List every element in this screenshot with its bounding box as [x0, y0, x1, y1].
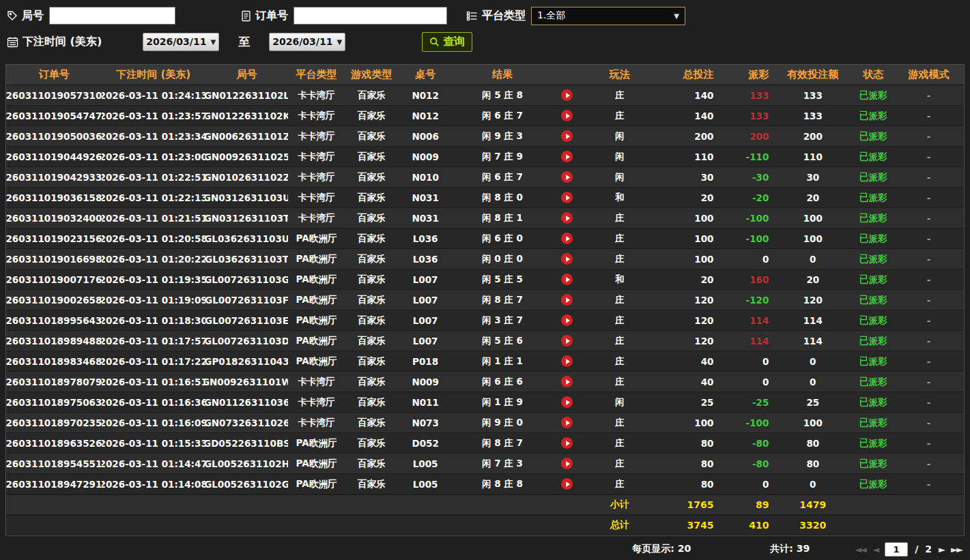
cell-order_id: 260311019044926 — [6, 147, 102, 166]
pagination-bar: 每页显示: 20 共计: 39 ◄◄ ◄ 1 / 2 ► ►► — [0, 536, 970, 560]
play-video-icon[interactable] — [561, 355, 573, 367]
play-video-icon[interactable] — [561, 376, 573, 387]
cell-bet_type: 庄 — [582, 454, 658, 473]
play-video-icon[interactable] — [561, 212, 573, 224]
play-cell — [553, 106, 582, 126]
table-row: 2603110190026582026-03-11 01:19:09GL0072… — [6, 290, 964, 310]
cell-game_id: GN0122631102L — [205, 85, 289, 105]
cell-order_id: 260311019050036 — [6, 126, 102, 146]
play-video-icon[interactable] — [561, 151, 573, 162]
cell-game_id: GN0312631103T — [205, 208, 289, 228]
cell-result: 闲 6 庄 7 — [452, 167, 553, 187]
prev-page-button[interactable]: ◄ — [872, 544, 878, 555]
summary-empty-cell — [205, 516, 289, 535]
play-video-icon[interactable] — [561, 396, 573, 408]
cell-payout: 200 — [719, 126, 773, 146]
cell-status: 已派彩 — [853, 433, 894, 453]
play-video-icon[interactable] — [561, 437, 573, 449]
cell-payout: -100 — [719, 229, 773, 248]
per-page-info: 每页显示: 20 — [632, 543, 691, 555]
cell-order_id: 260311018963526 — [6, 433, 102, 453]
betting-records-table: 订单号下注时间 (美东)局号平台类型游戏类型桌号结果玩法总投注派彩有效投注额状态… — [5, 64, 965, 536]
next-page-button[interactable]: ► — [939, 544, 944, 555]
table-row: 2603110190071762026-03-11 01:19:35GL0072… — [6, 269, 964, 290]
play-video-icon[interactable] — [561, 335, 573, 347]
table-row: 2603110190361582026-03-11 01:22:13GN0312… — [6, 188, 964, 208]
cell-result: 闲 7 庄 3 — [452, 454, 553, 473]
play-video-icon[interactable] — [561, 110, 573, 121]
cell-status: 已派彩 — [853, 474, 894, 494]
cell-mode: - — [894, 229, 964, 248]
search-button[interactable]: 查询 — [422, 32, 472, 52]
cell-valid_bet: 120 — [773, 290, 853, 310]
platform-type-select[interactable]: 1.全部 ▼ — [531, 7, 685, 25]
date-to-value: 2026/03/11 — [272, 36, 332, 47]
cell-status: 已派彩 — [853, 249, 894, 269]
pager: ◄◄ ◄ 1 / 2 ► ►► — [855, 542, 962, 557]
cell-table_no: D052 — [399, 433, 452, 453]
play-cell — [553, 413, 582, 432]
filter-bar: 局号 订单号 平台类型 — [0, 0, 970, 56]
play-video-icon[interactable] — [561, 233, 573, 244]
summary-empty-cell — [553, 495, 582, 514]
play-cell — [553, 433, 582, 453]
cell-order_id: 260311019054747 — [6, 106, 102, 126]
cell-table_no: N031 — [399, 188, 452, 207]
column-header-game_type: 游戏类型 — [344, 65, 399, 85]
play-video-icon[interactable] — [561, 253, 573, 265]
game-no-input[interactable] — [49, 7, 175, 25]
calendar-icon — [7, 36, 18, 48]
cell-game_id: GL0052631102H — [205, 454, 289, 473]
play-video-icon[interactable] — [561, 478, 573, 490]
table-row: 2603110189956432026-03-11 01:18:30GL0072… — [6, 310, 964, 331]
play-video-icon[interactable] — [561, 171, 573, 183]
current-page-input[interactable]: 1 — [885, 542, 908, 557]
cell-order_id: 260311018954551 — [6, 454, 102, 473]
cell-result: 闲 1 庄 1 — [452, 351, 553, 371]
column-header-platform: 平台类型 — [288, 65, 344, 85]
cell-status: 已派彩 — [853, 351, 894, 371]
cell-bet_time: 2026-03-11 01:17:57 — [102, 331, 205, 351]
cell-valid_bet: 80 — [773, 454, 853, 473]
last-page-button[interactable]: ►► — [951, 544, 962, 555]
cell-game_id: GL0072631103F — [205, 290, 289, 310]
cell-result: 闲 6 庄 7 — [452, 106, 553, 126]
order-no-input[interactable] — [294, 7, 447, 25]
play-video-icon[interactable] — [561, 192, 573, 203]
cell-valid_bet: 0 — [773, 474, 853, 494]
cell-mode: - — [894, 474, 964, 494]
play-video-icon[interactable] — [561, 417, 573, 428]
cell-bet_type: 庄 — [582, 290, 658, 310]
play-video-icon[interactable] — [561, 89, 573, 101]
play-cell — [553, 229, 582, 248]
cell-platform: 卡卡湾厅 — [288, 126, 344, 146]
cell-valid_bet: 110 — [773, 147, 853, 166]
play-video-icon[interactable] — [561, 294, 573, 306]
summary-row-grand-total: 总计37454103320 — [6, 515, 964, 535]
cell-total_bet: 20 — [658, 188, 719, 207]
cell-platform: PA欧洲厅 — [288, 249, 344, 269]
play-video-icon[interactable] — [561, 314, 573, 326]
play-video-icon[interactable] — [561, 274, 573, 285]
cell-table_no: N012 — [399, 85, 452, 105]
cell-mode: - — [894, 269, 964, 289]
cell-payout: 160 — [719, 269, 773, 289]
first-page-button[interactable]: ◄◄ — [855, 544, 866, 555]
cell-order_id: 260311018970235 — [6, 413, 102, 432]
cell-payout: -80 — [719, 454, 773, 473]
date-to-picker[interactable]: 2026/03/11 ▼ — [269, 33, 345, 51]
cell-result: 闲 8 庄 8 — [452, 474, 553, 494]
summary-empty-cell — [452, 495, 553, 514]
cell-bet_type: 闲 — [582, 126, 658, 146]
cell-mode: - — [894, 331, 964, 351]
date-from-picker[interactable]: 2026/03/11 ▼ — [143, 33, 219, 51]
play-video-icon[interactable] — [561, 458, 573, 469]
cell-platform: PA欧洲厅 — [288, 351, 344, 371]
summary-empty-cell — [205, 495, 289, 514]
cell-game_id: GL0072631103G — [205, 269, 289, 289]
cell-order_id: 260311019007176 — [6, 269, 102, 289]
cell-game_type: 百家乐 — [344, 229, 399, 248]
cell-result: 闲 7 庄 9 — [452, 147, 553, 166]
play-video-icon[interactable] — [561, 130, 573, 142]
chevron-down-icon: ▼ — [674, 12, 679, 20]
